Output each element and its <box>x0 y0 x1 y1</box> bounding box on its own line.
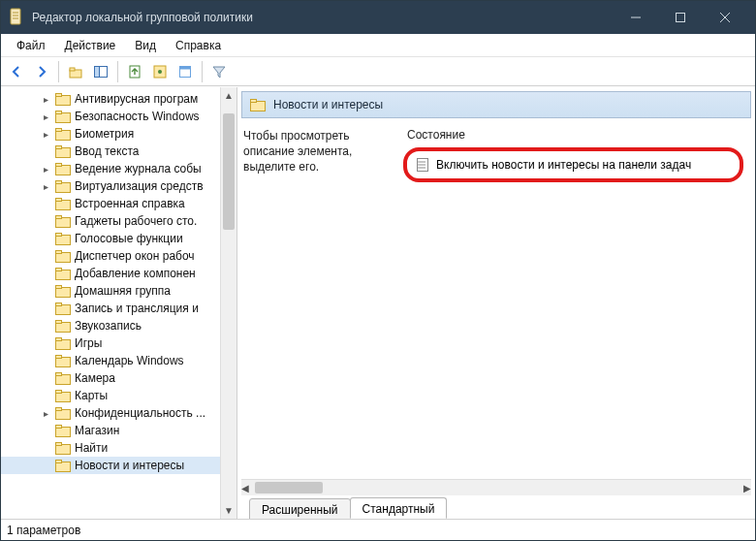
tree-item[interactable]: Камера <box>1 369 220 387</box>
tree-item[interactable]: Магазин <box>1 422 220 439</box>
tree-item-label: Звукозапись <box>75 319 142 333</box>
menu-help[interactable]: Справка <box>166 37 231 54</box>
svg-rect-30 <box>56 199 62 202</box>
tree-item[interactable]: Встроенная справка <box>1 195 220 212</box>
tree-item[interactable]: Добавление компонен <box>1 265 220 282</box>
folder-icon <box>55 406 71 420</box>
tree-item-label: Диспетчер окон рабоч <box>75 249 195 263</box>
menu-view[interactable]: Вид <box>125 37 166 54</box>
tree-item[interactable]: Ввод текста <box>1 143 220 160</box>
back-button[interactable] <box>5 60 28 83</box>
svg-rect-16 <box>180 66 191 69</box>
maximize-button[interactable] <box>658 1 703 34</box>
filter-button[interactable] <box>207 60 231 83</box>
svg-rect-58 <box>56 443 62 446</box>
tree-item[interactable]: ▸Безопасность Windows <box>1 108 220 125</box>
tree-item[interactable]: Новости и интересы <box>1 457 220 474</box>
tree-item[interactable]: Домашняя группа <box>1 282 220 300</box>
chevron-right-icon[interactable]: ▸ <box>40 94 51 105</box>
svg-rect-18 <box>56 94 62 97</box>
app-icon <box>9 8 24 27</box>
svg-rect-54 <box>56 408 62 411</box>
tree-item-label: Найти <box>75 441 108 455</box>
up-button[interactable] <box>64 60 87 83</box>
tree-vertical-scrollbar[interactable]: ▲ ▼ <box>220 87 236 519</box>
highlighted-setting[interactable]: Включить новости и интересы на панели за… <box>403 147 743 182</box>
chevron-right-icon[interactable]: ▸ <box>40 129 51 140</box>
folder-icon <box>55 92 71 106</box>
column-header-state[interactable]: Состояние <box>401 124 751 145</box>
description-text: Чтобы просмотреть описание элемента, выд… <box>241 124 401 479</box>
tree-item[interactable]: ▸Антивирусная програм <box>1 90 220 108</box>
folder-icon <box>55 459 71 472</box>
tree-item[interactable]: ▸Конфиденциальность ... <box>1 404 220 422</box>
folder-icon <box>55 197 71 210</box>
tree-item[interactable]: Карты <box>1 387 220 404</box>
forward-button[interactable] <box>30 60 53 83</box>
folder-icon <box>55 389 71 402</box>
scroll-right-button[interactable]: ▶ <box>743 480 751 495</box>
svg-rect-11 <box>95 66 100 77</box>
tree-item-label: Новости и интересы <box>75 459 184 472</box>
details-header: Новости и интересы <box>241 91 751 118</box>
tree-item[interactable]: Звукозапись <box>1 317 220 334</box>
folder-icon <box>55 371 71 385</box>
chevron-right-icon[interactable]: ▸ <box>40 164 51 175</box>
tree-item-label: Антивирусная програм <box>75 92 198 106</box>
svg-rect-0 <box>11 9 20 24</box>
svg-rect-46 <box>56 338 62 341</box>
tree-item[interactable]: Календарь Windows <box>1 352 220 369</box>
refresh-button[interactable] <box>148 60 172 83</box>
svg-rect-62 <box>251 100 257 103</box>
tree-item[interactable]: ▸Ведение журнала собы <box>1 160 220 177</box>
scroll-left-button[interactable]: ◀ <box>241 480 249 495</box>
tree-item[interactable]: Игры <box>1 334 220 352</box>
tree-item-label: Камера <box>75 371 115 385</box>
tree-item[interactable]: ▸Виртуализация средств <box>1 177 220 195</box>
show-hide-tree-button[interactable] <box>89 60 112 83</box>
tree-item[interactable]: Голосовые функции <box>1 230 220 247</box>
tree-item[interactable]: Диспетчер окон рабоч <box>1 247 220 265</box>
hscrollbar-thumb[interactable] <box>255 482 323 493</box>
close-button[interactable] <box>703 1 747 34</box>
folder-icon <box>55 214 71 228</box>
svg-rect-52 <box>56 391 62 394</box>
folder-icon <box>55 249 71 263</box>
menu-action[interactable]: Действие <box>55 37 126 54</box>
policy-tree[interactable]: ▸Антивирусная програм▸Безопасность Windo… <box>1 90 220 474</box>
chevron-right-icon[interactable]: ▸ <box>40 111 51 122</box>
tree-item[interactable]: Гаджеты рабочего сто. <box>1 212 220 230</box>
chevron-right-icon[interactable]: ▸ <box>40 408 51 419</box>
tree-item-label: Встроенная справка <box>75 197 185 210</box>
menu-file[interactable]: Файл <box>7 37 55 54</box>
tree-item-label: Карты <box>75 389 108 402</box>
tab-extended[interactable]: Расширенный <box>249 498 351 519</box>
folder-icon <box>55 354 71 367</box>
scrollbar-thumb[interactable] <box>223 113 235 230</box>
export-list-button[interactable] <box>123 60 146 83</box>
folder-icon <box>55 267 71 280</box>
folder-icon <box>55 179 71 193</box>
minimize-button[interactable] <box>614 1 658 34</box>
scroll-down-button[interactable]: ▼ <box>221 502 236 519</box>
svg-rect-34 <box>56 234 62 237</box>
tree-item[interactable]: Найти <box>1 439 220 457</box>
chevron-right-icon[interactable]: ▸ <box>40 181 51 192</box>
folder-icon <box>250 98 266 111</box>
folder-icon <box>55 144 71 158</box>
tab-standard[interactable]: Стандартный <box>350 497 448 519</box>
setting-label: Включить новости и интересы на панели за… <box>436 158 691 172</box>
folder-icon <box>55 302 71 315</box>
scroll-up-button[interactable]: ▲ <box>221 87 236 104</box>
tree-item-label: Домашняя группа <box>75 284 171 298</box>
details-horizontal-scrollbar[interactable]: ◀ ▶ <box>241 479 751 495</box>
properties-button[interactable] <box>173 60 197 83</box>
tree-item[interactable]: Запись и трансляция и <box>1 300 220 317</box>
svg-rect-32 <box>56 216 62 219</box>
svg-rect-44 <box>56 321 62 324</box>
tree-item[interactable]: ▸Биометрия <box>1 125 220 143</box>
tree-item-label: Календарь Windows <box>75 354 184 367</box>
details-header-title: Новости и интересы <box>273 98 383 111</box>
folder-icon <box>55 127 71 141</box>
svg-rect-24 <box>56 146 62 149</box>
